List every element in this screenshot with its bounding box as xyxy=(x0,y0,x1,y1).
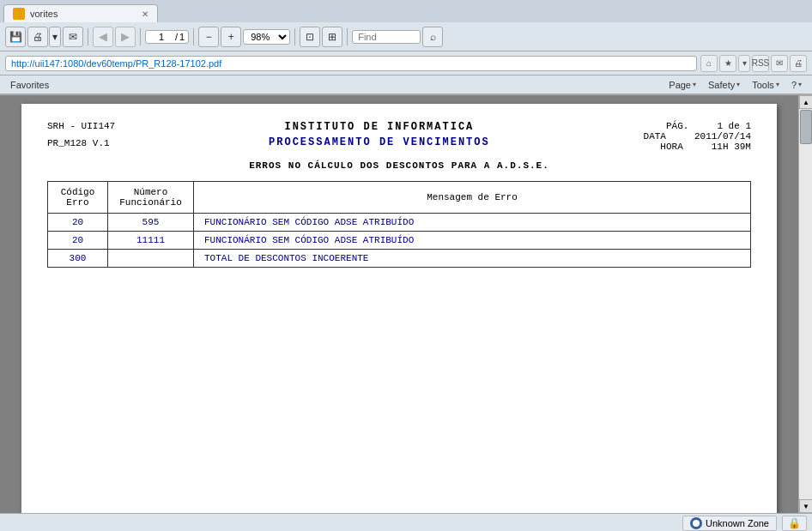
system-label: SRH - UII147 xyxy=(47,121,115,131)
rss-icon[interactable]: RSS xyxy=(752,55,769,72)
home-icon[interactable]: ⌂ xyxy=(700,55,718,72)
error-code-1: 20 xyxy=(48,214,108,232)
employee-num-1: 595 xyxy=(108,214,194,232)
print-button[interactable]: 🖨 xyxy=(27,27,48,47)
separator-1 xyxy=(88,28,88,45)
favorites-star-icon[interactable]: ★ xyxy=(719,55,736,72)
date-info: DATA 2011/07/14 xyxy=(644,131,751,142)
pdf-header-right: PÁG. 1 de 1 DATA 2011/07/14 HORA 11H 39M xyxy=(644,121,751,152)
tab-close-button[interactable]: ✕ xyxy=(142,9,148,19)
section-title: ERROS NO CÁLCULO DOS DESCONTOS PARA A A.… xyxy=(47,160,751,171)
date-value: 2011/07/14 xyxy=(694,131,751,142)
error-msg-3: TOTAL DE DESCONTOS INCOERENTE xyxy=(194,250,751,268)
time-label: HORA xyxy=(660,142,682,152)
page-separator: / xyxy=(175,32,178,42)
page-menu[interactable]: Page ▾ xyxy=(664,79,701,91)
pdf-header-left: SRH - UII147 PR_M128 V.1 xyxy=(47,121,115,148)
help-menu[interactable]: ? ▾ xyxy=(786,79,807,91)
page-menu-arrow: ▾ xyxy=(693,81,696,88)
pdf-page: SRH - UII147 PR_M128 V.1 INSTITUTO DE IN… xyxy=(21,104,777,513)
scroll-up-button[interactable]: ▲ xyxy=(799,95,812,109)
favorites-menu[interactable]: Favorites xyxy=(5,79,54,91)
fit-page-button[interactable]: ⊡ xyxy=(300,27,320,47)
favorites-star-dropdown[interactable]: ▾ xyxy=(738,55,750,72)
toolbar: 💾 🖨 ▾ ✉ ◀ ▶ / 20 1 − + 98% 100% 75% 50% … xyxy=(0,22,812,51)
safety-menu-arrow: ▾ xyxy=(736,81,740,88)
back-button[interactable]: ◀ xyxy=(93,27,113,47)
zoom-out-button[interactable]: − xyxy=(198,27,219,47)
scroll-down-button[interactable]: ▼ xyxy=(799,499,812,513)
save-button[interactable]: 💾 xyxy=(5,27,26,47)
tools-menu-arrow: ▾ xyxy=(776,81,779,88)
page-total-label: 1 xyxy=(179,32,185,42)
pdf-header: SRH - UII147 PR_M128 V.1 INSTITUTO DE IN… xyxy=(47,121,751,152)
institute-title: INSTITUTO DE INFORMATICA xyxy=(269,121,490,133)
separator-5 xyxy=(347,28,348,45)
page-input-area: / 20 1 xyxy=(145,30,189,44)
time-value: 11H 39M xyxy=(712,142,751,152)
separator-2 xyxy=(140,28,141,45)
time-info: HORA 11H 39M xyxy=(644,142,751,152)
address-icons: ⌂ ★ ▾ RSS ✉ 🖨 xyxy=(700,55,807,72)
zoom-select[interactable]: 98% 100% 75% 50% xyxy=(243,29,290,45)
separator-4 xyxy=(294,28,295,45)
errors-table: CódigoErro NúmeroFuncionário Mensagem de… xyxy=(47,181,751,268)
page-value: 1 de 1 xyxy=(717,121,751,131)
fit-width-button[interactable]: ⊞ xyxy=(322,27,342,47)
mail-icon[interactable]: ✉ xyxy=(771,55,788,72)
menu-right-group: Page ▾ Safety ▾ Tools ▾ ? ▾ xyxy=(664,79,807,91)
tab-favicon xyxy=(13,8,25,20)
zoom-in-button[interactable]: + xyxy=(221,27,241,47)
lock-icon: 🔒 xyxy=(788,517,801,529)
tab-bar: vorites ✕ xyxy=(0,0,812,22)
page-label: PÁG. xyxy=(666,121,688,131)
table-row: 20 595 FUNCIONÁRIO SEM CÓDIGO ADSE ATRIB… xyxy=(48,214,751,232)
error-code-3: 300 xyxy=(48,250,108,268)
status-lock: 🔒 xyxy=(782,516,807,531)
pdf-viewport[interactable]: SRH - UII147 PR_M128 V.1 INSTITUTO DE IN… xyxy=(0,95,798,513)
scrollbar-track[interactable] xyxy=(799,109,812,499)
col-header-code: CódigoErro xyxy=(48,182,108,214)
zone-icon xyxy=(690,517,702,529)
zone-icon-inner xyxy=(693,520,700,527)
table-row: 20 11111 FUNCIONÁRIO SEM CÓDIGO ADSE ATR… xyxy=(48,232,751,250)
print-dropdown[interactable]: ▾ xyxy=(49,27,61,47)
col-header-msg: Mensagem de Erro xyxy=(194,182,751,214)
error-msg-2: FUNCIONÁRIO SEM CÓDIGO ADSE ATRIBUÍDO xyxy=(194,232,751,250)
safety-menu-label: Safety xyxy=(708,80,735,90)
links-menubar: Favorites Page ▾ Safety ▾ Tools ▾ ? ▾ xyxy=(0,75,812,94)
status-zone: Unknown Zone xyxy=(682,516,777,531)
employee-num-3 xyxy=(108,250,194,268)
main-area: SRH - UII147 PR_M128 V.1 INSTITUTO DE IN… xyxy=(0,95,812,513)
print-group: 🖨 ▾ xyxy=(27,27,61,47)
program-label: PR_M128 V.1 xyxy=(47,138,115,148)
table-row: 300 TOTAL DE DESCONTOS INCOERENTE xyxy=(48,250,751,268)
email-button[interactable]: ✉ xyxy=(63,27,83,47)
find-button[interactable]: ⌕ xyxy=(422,27,443,47)
url-input[interactable] xyxy=(5,56,697,71)
print-addr-icon[interactable]: 🖨 xyxy=(790,55,807,72)
processing-subtitle: PROCESSAMENTO DE VENCIMENTOS xyxy=(269,136,490,148)
scrollbar[interactable]: ▲ ▼ xyxy=(798,95,812,513)
find-input[interactable] xyxy=(352,30,421,44)
separator-3 xyxy=(193,28,194,45)
pdf-header-center: INSTITUTO DE INFORMATICA PROCESSAMENTO D… xyxy=(269,121,490,148)
safety-menu[interactable]: Safety ▾ xyxy=(703,79,745,91)
error-code-2: 20 xyxy=(48,232,108,250)
scrollbar-thumb[interactable] xyxy=(800,110,812,144)
forward-button[interactable]: ▶ xyxy=(115,27,136,47)
error-msg-1: FUNCIONÁRIO SEM CÓDIGO ADSE ATRIBUÍDO xyxy=(194,214,751,232)
tab-label: vorites xyxy=(30,9,58,19)
tools-menu[interactable]: Tools ▾ xyxy=(747,79,785,91)
tools-menu-label: Tools xyxy=(752,80,774,90)
page-info: PÁG. 1 de 1 xyxy=(644,121,751,131)
help-menu-arrow: ▾ xyxy=(798,81,802,88)
zone-label: Unknown Zone xyxy=(706,518,769,528)
page-current-input[interactable] xyxy=(149,32,173,42)
active-tab[interactable]: vorites ✕ xyxy=(3,4,158,22)
help-menu-label: ? xyxy=(791,80,797,90)
employee-num-2: 11111 xyxy=(108,232,194,250)
address-bar: ⌂ ★ ▾ RSS ✉ 🖨 xyxy=(0,51,812,75)
status-bar: Unknown Zone 🔒 xyxy=(0,513,812,531)
date-label: DATA xyxy=(644,131,666,142)
